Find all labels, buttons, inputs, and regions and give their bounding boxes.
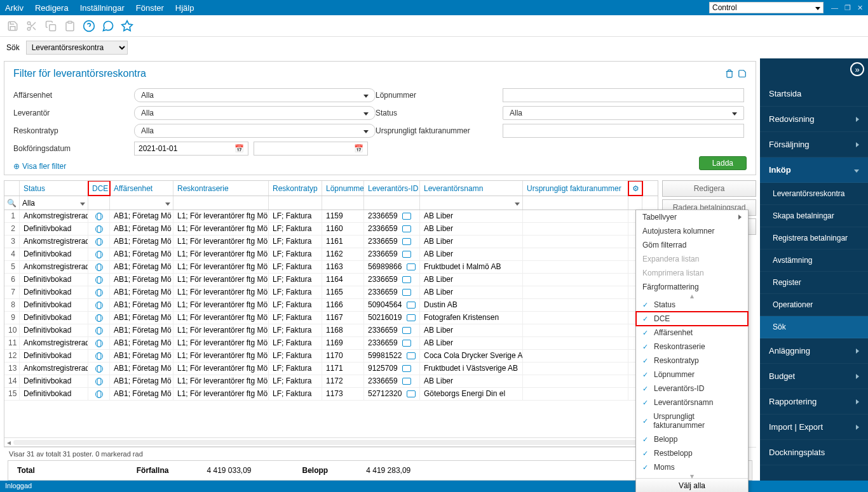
folder-icon[interactable] (407, 263, 416, 270)
cell-dce[interactable] (88, 362, 110, 375)
folder-icon[interactable] (402, 238, 411, 245)
table-row[interactable]: 14DefinitivbokadAB1; Företag MöL1; För l… (4, 375, 658, 388)
ctx-autojustera[interactable]: Autojustera kolumner (636, 224, 748, 238)
cut-icon[interactable] (24, 18, 39, 34)
date-to-input[interactable]: 📅 (254, 142, 368, 156)
folder-icon[interactable] (402, 225, 411, 232)
cell-dce[interactable] (88, 274, 110, 286)
close-icon[interactable]: ✕ (857, 4, 863, 12)
folder-icon[interactable] (402, 213, 411, 220)
col-reskontratyp[interactable]: Reskontratyp (269, 181, 322, 196)
collapse-nav-icon[interactable]: » (850, 62, 864, 76)
star-icon[interactable] (119, 18, 135, 34)
nav-rapportering[interactable]: Rapportering (760, 389, 868, 415)
folder-icon[interactable] (407, 302, 416, 309)
titlebar-combo[interactable]: Control (709, 2, 824, 13)
cell-dce[interactable] (88, 261, 110, 273)
nav-import-export[interactable]: Import | Export (760, 415, 868, 440)
folder-icon[interactable] (402, 340, 411, 347)
search-dropdown[interactable]: Leverantörsreskontra (26, 41, 128, 55)
leverantor-select[interactable]: Alla (134, 106, 376, 120)
menu-installningar[interactable]: Inställningar (80, 3, 125, 13)
reskontratyp-select[interactable]: Alla (134, 124, 376, 138)
cell-dce[interactable] (88, 388, 110, 400)
col-lopnummer[interactable]: Löpnummer (322, 181, 364, 196)
calendar-icon[interactable]: 📅 (354, 144, 363, 153)
date-from-input[interactable]: 2021-01-01📅 (134, 142, 248, 156)
table-row[interactable]: 10DefinitivbokadAB1; Företag MöL1; För l… (4, 324, 658, 337)
nav-skapa-betalningar[interactable]: Skapa betalningar (760, 205, 868, 227)
folder-icon[interactable] (402, 276, 411, 283)
ursprungligt-input[interactable] (503, 124, 744, 138)
load-button[interactable]: Ladda (699, 156, 747, 170)
nav-sok[interactable]: Sök (760, 316, 868, 338)
chat-icon[interactable] (100, 18, 116, 34)
table-row[interactable]: 5AnkomstregistreradAB1; Företag MöL1; Fö… (4, 261, 658, 274)
cell-dce[interactable] (88, 210, 110, 222)
more-filters-link[interactable]: ⊕ Visa fler filter (13, 162, 66, 171)
cell-dce[interactable] (88, 337, 110, 349)
table-row[interactable]: 13AnkomstregistreradAB1; Företag MöL1; F… (4, 362, 658, 375)
ctx-col-reskontratyp[interactable]: ✓Reskontratyp (636, 354, 748, 368)
menu-arkiv[interactable]: Arkiv (5, 3, 24, 13)
filter-aff[interactable] (110, 196, 173, 209)
cell-dce[interactable] (88, 236, 110, 248)
cell-dce[interactable] (88, 299, 110, 311)
ctx-col-aff-rsenhet[interactable]: ✓Affärsenhet (636, 326, 748, 340)
table-row[interactable]: 8DefinitivbokadAB1; Företag MöL1; För le… (4, 299, 658, 312)
minimize-icon[interactable]: — (831, 4, 838, 12)
ctx-col-leverant-rsnamn[interactable]: ✓Leverantörsnamn (636, 396, 748, 409)
cell-dce[interactable] (88, 286, 110, 298)
filter-lop[interactable] (322, 196, 364, 209)
trash-icon[interactable] (725, 69, 734, 78)
table-row[interactable]: 3AnkomstregistreradAB1; Företag MöL1; Fö… (4, 236, 658, 248)
folder-icon[interactable] (402, 365, 411, 372)
nav-budget[interactable]: Budget (760, 364, 868, 389)
folder-icon[interactable] (407, 352, 416, 359)
col-leverantors-id[interactable]: Leverantörs-ID (364, 181, 420, 196)
ctx-gom[interactable]: Göm filterrad (636, 238, 748, 252)
table-row[interactable]: 15DefinitivbokadAB1; Företag MöL1; För l… (4, 388, 658, 401)
nav-forsaljning[interactable]: Försäljning (760, 132, 868, 157)
filter-search-icon[interactable]: 🔍 (4, 196, 20, 209)
help-icon[interactable] (81, 18, 97, 34)
table-row[interactable]: 1AnkomstregistreradAB1; Företag MöL1; Fö… (4, 210, 658, 223)
filter-typ[interactable] (269, 196, 322, 209)
nav-avstamning[interactable]: Avstämning (760, 249, 868, 272)
ctx-col-leverant-rs-id[interactable]: ✓Leverantörs-ID (636, 382, 748, 396)
redigera-button[interactable]: Redigera (662, 180, 756, 197)
savefilter-icon[interactable] (738, 69, 747, 78)
col-status[interactable]: Status (20, 181, 88, 196)
restore-icon[interactable]: ❐ (844, 4, 851, 12)
nav-leverantorsreskontra[interactable]: Leverantörsreskontra (760, 183, 868, 205)
ctx-col-reskontraserie[interactable]: ✓Reskontraserie (636, 340, 748, 354)
ctx-tabellvyer[interactable]: Tabellvyer (636, 210, 748, 224)
filter-serie[interactable] (173, 196, 269, 209)
gear-icon[interactable]: ⚙ (628, 181, 642, 196)
nav-operationer[interactable]: Operationer (760, 294, 868, 316)
table-row[interactable]: 9DefinitivbokadAB1; Företag MöL1; För le… (4, 312, 658, 324)
paste-icon[interactable] (62, 18, 78, 34)
folder-icon[interactable] (402, 327, 411, 334)
folder-icon[interactable] (402, 378, 411, 385)
filter-ursp[interactable] (523, 196, 628, 209)
nav-startsida[interactable]: Startsida (760, 81, 868, 107)
cell-dce[interactable] (88, 223, 110, 235)
cell-dce[interactable] (88, 248, 110, 260)
ctx-col-dce[interactable]: ✓DCE (636, 312, 748, 326)
col-dce[interactable]: DCE (88, 181, 110, 196)
cell-dce[interactable] (88, 350, 110, 362)
cell-dce[interactable] (88, 324, 110, 336)
ctx-col-restbelopp[interactable]: ✓Restbelopp (636, 446, 748, 460)
filter-dce[interactable] (88, 196, 110, 209)
calendar-icon[interactable]: 📅 (234, 144, 244, 153)
cell-dce[interactable] (88, 375, 110, 387)
ctx-col-l-pnummer[interactable]: ✓Löpnummer (636, 368, 748, 382)
nav-redovisning[interactable]: Redovisning (760, 107, 868, 132)
col-leverantorsnamn[interactable]: Leverantörsnamn (420, 181, 523, 196)
save-icon[interactable] (5, 18, 20, 34)
table-row[interactable]: 7DefinitivbokadAB1; Företag MöL1; För le… (4, 286, 658, 299)
table-row[interactable]: 11AnkomstregistreradAB1; Företag MöL1; F… (4, 337, 658, 350)
nav-anlaggning[interactable]: Anläggning (760, 338, 868, 364)
status-select[interactable]: Alla (503, 106, 744, 120)
